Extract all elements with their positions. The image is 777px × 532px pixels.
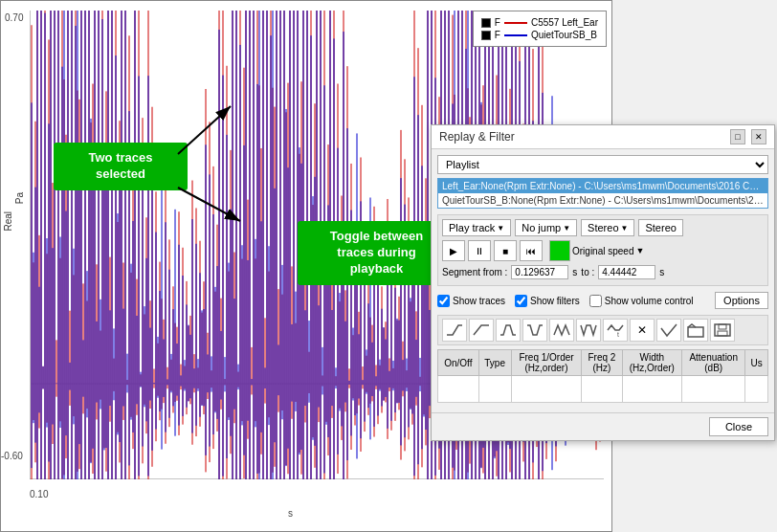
checkboxes-row: Show traces Show filters Show volume con… <box>437 290 768 311</box>
col-freq2: Freq 2(Hz) <box>582 350 622 376</box>
legend-label-2: QuietTourSB_B <box>531 30 597 40</box>
x-axis-label: s <box>288 508 293 519</box>
legend-id-2: F <box>495 30 500 40</box>
trace-item-2[interactable]: QuietTourSB_B:None(Rpm Extr:None) - C:\U… <box>438 193 767 208</box>
show-volume-checkbox[interactable]: Show volume control <box>589 295 694 307</box>
show-volume-label: Show volume control <box>605 296 694 306</box>
speed-label: Original speed <box>572 246 633 256</box>
legend-item-2: F QuietTourSB_B <box>481 30 598 40</box>
filter-empty-row <box>438 376 768 403</box>
stereo-label: Stereo <box>588 222 618 233</box>
filter-icon-bp[interactable] <box>496 319 521 342</box>
y-top-label: 0.70 <box>5 12 23 23</box>
no-jump-button[interactable]: No jump ▼ <box>515 219 577 236</box>
show-volume-input[interactable] <box>589 295 602 307</box>
show-traces-label: Show traces <box>453 296 505 306</box>
show-filters-checkbox[interactable]: Show filters <box>515 295 580 307</box>
annotation-two-traces: Two tracesselected <box>54 143 188 190</box>
dialog-body: Playlist Left_Ear:None(Rpm Extr:None) - … <box>432 149 774 412</box>
close-button[interactable]: Close <box>709 417 768 436</box>
filter-icon-save[interactable] <box>710 319 735 342</box>
segment-from-input[interactable] <box>511 265 568 279</box>
segment-to-unit: s <box>659 267 664 277</box>
replay-dialog: Replay & Filter □ ✕ Playlist Left_Ear:No… <box>431 124 775 441</box>
y-bottom-label: -0.60 <box>1 451 23 461</box>
speed-display: Original speed ▼ <box>549 240 644 261</box>
segment-row: Segment from : s to : s <box>442 265 764 279</box>
show-filters-label: Show filters <box>530 296 580 306</box>
transport-row: ▶ ⏸ ■ ⏮ Original speed ▼ <box>442 240 764 261</box>
empty-cell-4 <box>582 376 622 403</box>
empty-cell-6 <box>682 376 745 403</box>
legend-line-1 <box>504 22 527 24</box>
legend-box-2 <box>481 31 491 40</box>
filter-icon-slope1[interactable] <box>469 319 494 342</box>
stereo-arrow: ▼ <box>621 224 629 233</box>
empty-cell-2 <box>478 376 511 403</box>
no-jump-arrow: ▼ <box>563 224 570 233</box>
svg-rect-5 <box>688 327 703 337</box>
segment-from-unit: s <box>572 267 577 277</box>
svg-rect-6 <box>715 324 730 336</box>
stop-button[interactable]: ■ <box>494 240 517 261</box>
col-onoff: On/Off <box>438 350 479 376</box>
minimize-button[interactable]: □ <box>730 129 745 144</box>
close-label: Close <box>725 421 752 432</box>
filter-table: On/Off Type Freq 1/Order(Hz,order) Freq … <box>437 349 768 403</box>
y-axis-unit: Pa <box>14 192 25 204</box>
col-type: Type <box>478 350 511 376</box>
legend-label-1: C5557 Left_Ear <box>531 17 598 28</box>
segment-to-input[interactable] <box>598 265 655 279</box>
options-label: Options <box>723 295 760 306</box>
options-button[interactable]: Options <box>715 292 768 309</box>
dialog-footer: Close <box>432 412 774 440</box>
play-track-arrow: ▼ <box>497 224 504 233</box>
col-us: Us <box>745 350 768 376</box>
empty-cell-5 <box>622 376 682 403</box>
filter-icon-delete[interactable]: ✕ <box>630 319 655 342</box>
col-attenuation: Attenuation(dB) <box>682 350 745 376</box>
filter-icon-w[interactable] <box>576 319 601 342</box>
segment-to-label: to : <box>581 267 594 277</box>
svg-text:t: t <box>617 331 619 338</box>
filter-icon-custom[interactable]: t <box>603 319 628 342</box>
dialog-titlebar: Replay & Filter □ ✕ <box>432 125 774 149</box>
legend-id-1: F <box>495 17 500 28</box>
pause-button[interactable]: ⏸ <box>468 240 491 261</box>
filter-icon-notch[interactable] <box>522 319 547 342</box>
col-width: Width(Hz,Order) <box>622 350 682 376</box>
show-traces-input[interactable] <box>437 295 450 307</box>
stereo-btn2-label: Stereo <box>645 222 676 233</box>
controls-section: Play track ▼ No jump ▼ Stereo ▼ Stereo ▶ <box>437 214 768 286</box>
legend-item-1: F C5557 Left_Ear <box>481 17 598 28</box>
play-track-label: Play track <box>449 222 495 233</box>
playlist-row: Playlist <box>437 155 768 174</box>
show-traces-checkbox[interactable]: Show traces <box>437 295 505 307</box>
play-track-button[interactable]: Play track ▼ <box>442 219 511 236</box>
controls-row1: Play track ▼ No jump ▼ Stereo ▼ Stereo <box>442 219 764 236</box>
dialog-controls: □ ✕ <box>730 129 766 144</box>
rewind-button[interactable]: ⏮ <box>520 240 543 261</box>
segment-from-label: Segment from : <box>442 267 507 277</box>
filter-icon-folder[interactable] <box>683 319 708 342</box>
speed-dropdown-arrow[interactable]: ▼ <box>635 246 644 255</box>
stereo-btn2[interactable]: Stereo <box>638 219 682 236</box>
play-button[interactable]: ▶ <box>442 240 465 261</box>
playlist-select[interactable]: Playlist <box>437 155 768 174</box>
filter-icon-hp[interactable] <box>442 319 467 342</box>
legend-line-2 <box>504 34 527 36</box>
filter-icon-check[interactable] <box>656 319 681 342</box>
empty-cell-1 <box>438 376 479 403</box>
stereo-button[interactable]: Stereo ▼ <box>581 219 634 236</box>
speed-green-indicator <box>549 240 570 261</box>
show-filters-input[interactable] <box>515 295 527 307</box>
y-axis-label: Real <box>3 211 13 232</box>
close-title-button[interactable]: ✕ <box>751 129 766 144</box>
filter-icon-v[interactable] <box>549 319 574 342</box>
filter-icons-row: t ✕ <box>437 315 768 345</box>
dialog-title: Replay & Filter <box>439 130 515 144</box>
no-jump-label: No jump <box>522 222 561 233</box>
trace-item-1[interactable]: Left_Ear:None(Rpm Extr:None) - C:\Users\… <box>438 179 767 193</box>
empty-cell-7 <box>745 376 768 403</box>
traces-list: Left_Ear:None(Rpm Extr:None) - C:\Users\… <box>437 178 768 209</box>
